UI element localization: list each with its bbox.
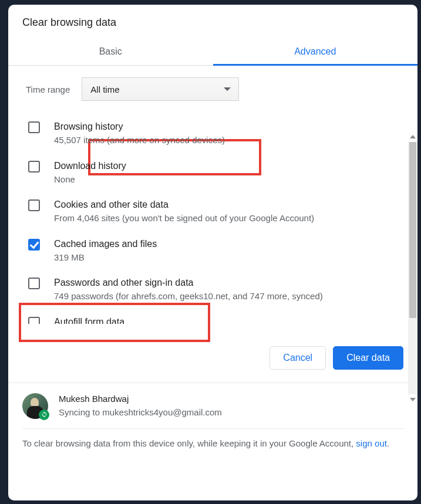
checkbox-cached-images[interactable] [28, 239, 40, 251]
tab-basic[interactable]: Basic [8, 38, 213, 65]
option-cookies[interactable]: Cookies and other site data From 4,046 s… [20, 192, 408, 231]
note-text-after: . [387, 438, 389, 448]
cancel-button[interactable]: Cancel [270, 346, 326, 370]
account-row: Mukesh Bhardwaj Syncing to mukeshtricks4… [22, 393, 403, 429]
option-passwords[interactable]: Passwords and other sign-in data 749 pas… [20, 270, 408, 309]
sync-badge-icon [39, 410, 49, 420]
option-text: Browsing history 45,507 items (and more … [54, 120, 403, 147]
clear-browsing-data-dialog: Clear browsing data Basic Advanced Time … [8, 5, 417, 500]
option-title: Passwords and other sign-in data [54, 276, 403, 290]
dialog-actions: Cancel Clear data [8, 324, 417, 383]
sign-out-link[interactable]: sign out [356, 438, 387, 448]
option-autofill[interactable]: Autofill form data [20, 309, 408, 324]
account-name: Mukesh Bhardwaj [59, 393, 222, 406]
option-title: Download history [54, 159, 403, 173]
checkbox-browsing-history[interactable] [28, 121, 40, 133]
time-range-label: Time range [26, 84, 70, 94]
sign-out-note: To clear browsing data from this device … [22, 429, 403, 455]
option-desc: 749 passwords (for ahrefs.com, geeks10.n… [54, 290, 403, 303]
chevron-down-icon [224, 87, 231, 91]
account-info: Mukesh Bhardwaj Syncing to mukeshtricks4… [59, 393, 222, 419]
option-title: Cached images and files [54, 237, 403, 251]
option-desc: 319 MB [54, 251, 403, 265]
scroll-down-icon[interactable] [410, 398, 416, 401]
scrollbar[interactable] [408, 142, 417, 394]
dialog-content: Time range All time Browsing history 45,… [8, 66, 417, 324]
tab-advanced[interactable]: Advanced [213, 38, 418, 65]
account-section: Mukesh Bhardwaj Syncing to mukeshtricks4… [8, 383, 417, 461]
checkbox-autofill[interactable] [28, 317, 40, 324]
clear-data-button[interactable]: Clear data [333, 346, 403, 370]
scrollbar-thumb[interactable] [409, 142, 416, 318]
option-desc: From 4,046 sites (you won't be signed ou… [54, 212, 403, 225]
option-text: Cached images and files 319 MB [54, 237, 403, 265]
time-range-select-wrap: All time [82, 77, 239, 101]
option-title: Autofill form data [54, 315, 403, 324]
option-browsing-history[interactable]: Browsing history 45,507 items (and more … [20, 114, 408, 153]
option-text: Autofill form data [54, 315, 403, 324]
time-range-select[interactable]: All time [82, 77, 239, 101]
checkbox-download-history[interactable] [28, 161, 40, 172]
option-desc: 45,507 items (and more on synced devices… [54, 134, 403, 147]
checkbox-cookies[interactable] [28, 199, 40, 211]
dialog-title: Clear browsing data [8, 5, 417, 38]
scroll-up-icon[interactable] [410, 135, 416, 138]
options-scroll-area: Time range All time Browsing history 45,… [8, 66, 417, 324]
option-title: Browsing history [54, 120, 403, 134]
time-range-value: All time [90, 84, 119, 94]
option-cached-images[interactable]: Cached images and files 319 MB [20, 231, 408, 270]
avatar-wrap [22, 393, 48, 419]
note-text-before: To clear browsing data from this device … [22, 438, 356, 448]
account-sync-status: Syncing to mukeshtricks4you@gmail.com [59, 406, 222, 420]
time-range-row: Time range All time [20, 66, 408, 114]
option-desc: None [54, 173, 403, 187]
option-text: Cookies and other site data From 4,046 s… [54, 198, 403, 225]
tabs: Basic Advanced [8, 38, 417, 66]
option-text: Download history None [54, 159, 403, 187]
option-download-history[interactable]: Download history None [20, 153, 408, 192]
checkbox-passwords[interactable] [28, 278, 40, 289]
option-title: Cookies and other site data [54, 198, 403, 212]
option-text: Passwords and other sign-in data 749 pas… [54, 276, 403, 303]
